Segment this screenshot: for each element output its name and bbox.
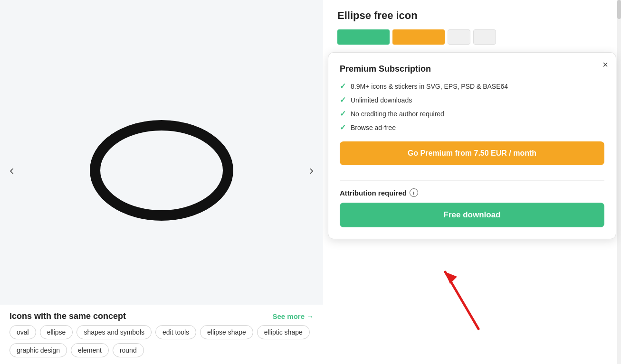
tags-row: oval ellipse shapes and symbols edit too… — [0, 325, 323, 364]
feature-item-3: ✓ No crediting the author required — [340, 109, 604, 118]
bottom-overlay: Icons with the same concept See more → o… — [0, 305, 323, 364]
tag-element[interactable]: element — [71, 343, 109, 357]
popup-close-button[interactable]: × — [602, 59, 608, 70]
right-panel: Ellipse free icon × Premium Subscription… — [323, 0, 621, 364]
check-icon-3: ✓ — [340, 109, 346, 118]
see-more-arrow: → — [306, 312, 314, 320]
go-premium-button[interactable]: Go Premium from 7.50 EUR / month — [340, 141, 604, 165]
tag-round[interactable]: round — [113, 343, 144, 357]
page-title: Ellipse free icon — [337, 9, 607, 22]
feature-list: ✓ 8.9M+ icons & stickers in SVG, EPS, PS… — [340, 82, 604, 132]
same-concept-header: Icons with the same concept See more → — [0, 305, 323, 325]
check-icon-4: ✓ — [340, 123, 346, 132]
tag-elliptic-shape[interactable]: elliptic shape — [257, 325, 310, 339]
next-arrow-button[interactable]: › — [305, 158, 318, 183]
attribution-label: Attribution required i — [340, 188, 604, 197]
tag-ellipse-shape[interactable]: ellipse shape — [200, 325, 253, 339]
ellipse-icon-display — [88, 118, 235, 223]
see-more-label: See more — [272, 312, 305, 320]
tag-edit-tools[interactable]: edit tools — [155, 325, 196, 339]
feature-item-2: ✓ Unlimited downloads — [340, 95, 604, 104]
color-tabs — [337, 29, 607, 45]
color-tab-outline-1[interactable] — [448, 29, 470, 45]
scrollbar-track — [617, 0, 621, 364]
feature-text-4: Browse ad-free — [351, 124, 396, 131]
feature-text-3: No crediting the author required — [351, 110, 444, 118]
check-icon-1: ✓ — [340, 82, 346, 91]
premium-popup: × Premium Subscription ✓ 8.9M+ icons & s… — [328, 52, 616, 239]
color-tab-outline-2[interactable] — [473, 29, 496, 45]
tag-ellipse[interactable]: ellipse — [40, 325, 73, 339]
free-download-button[interactable]: Free download — [340, 203, 604, 227]
tag-oval[interactable]: oval — [10, 325, 36, 339]
feature-item-1: ✓ 8.9M+ icons & stickers in SVG, EPS, PS… — [340, 82, 604, 91]
premium-popup-title: Premium Subscription — [340, 64, 604, 74]
icon-display-area: ‹ › — [0, 9, 323, 331]
svg-point-0 — [95, 125, 228, 215]
color-tab-orange[interactable] — [392, 29, 445, 45]
same-concept-title: Icons with the same concept — [10, 311, 126, 321]
attribution-section: Attribution required i Free download — [340, 188, 604, 227]
feature-item-4: ✓ Browse ad-free — [340, 123, 604, 132]
color-tab-green[interactable] — [337, 29, 390, 45]
check-icon-2: ✓ — [340, 95, 346, 104]
prev-arrow-button[interactable]: ‹ — [5, 158, 19, 183]
tag-graphic-design[interactable]: graphic design — [10, 343, 67, 357]
tag-shapes-symbols[interactable]: shapes and symbols — [76, 325, 152, 339]
scrollbar-thumb[interactable] — [617, 0, 621, 19]
feature-text-1: 8.9M+ icons & stickers in SVG, EPS, PSD … — [351, 83, 508, 90]
info-icon[interactable]: i — [410, 188, 418, 197]
feature-text-2: Unlimited downloads — [351, 96, 412, 104]
see-more-link[interactable]: See more → — [272, 312, 314, 320]
divider — [340, 180, 604, 181]
attribution-text: Attribution required — [340, 189, 407, 197]
